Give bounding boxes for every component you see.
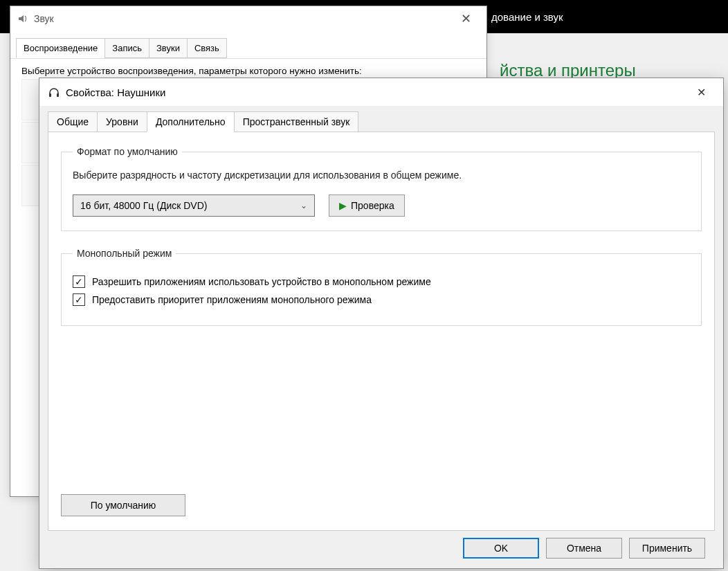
- format-selected: 16 бит, 48000 Гц (Диск DVD): [80, 200, 207, 211]
- headphones-icon: [48, 86, 60, 98]
- sound-titlebar: Звук ✕: [10, 6, 486, 31]
- properties-panel: Формат по умолчанию Выберите разрядность…: [48, 132, 715, 531]
- tab-spatial[interactable]: Пространственный звук: [234, 111, 359, 132]
- speaker-icon: [17, 13, 28, 24]
- properties-title: Свойства: Наушники: [66, 87, 687, 98]
- test-button-label: Проверка: [351, 200, 394, 211]
- properties-tabs: Общие Уровни Дополнительно Пространствен…: [48, 111, 715, 132]
- tab-recording[interactable]: Запись: [104, 38, 149, 58]
- tab-sounds[interactable]: Звуки: [149, 38, 188, 58]
- close-icon[interactable]: ✕: [452, 11, 480, 26]
- properties-footer: OK Отмена Применить: [48, 531, 715, 568]
- tab-playback[interactable]: Воспроизведение: [16, 38, 105, 58]
- apply-button[interactable]: Применить: [629, 538, 705, 559]
- banner-text: дование и звук: [491, 11, 563, 23]
- tab-communications[interactable]: Связь: [187, 38, 227, 58]
- properties-dialog: Свойства: Наушники ✕ Общие Уровни Дополн…: [39, 78, 724, 569]
- exclusive-priority-label: Предоставить приоритет приложениям моноп…: [92, 294, 372, 305]
- play-icon: ▶: [339, 200, 347, 211]
- default-format-desc: Выберите разрядность и частоту дискретиз…: [73, 168, 690, 182]
- ok-button[interactable]: OK: [463, 538, 539, 559]
- exclusive-mode-group: Монопольный режим Разрешить приложениям …: [61, 248, 702, 326]
- exclusive-mode-legend: Монопольный режим: [73, 248, 176, 259]
- tab-levels[interactable]: Уровни: [97, 111, 147, 132]
- tab-general[interactable]: Общие: [48, 111, 98, 132]
- restore-defaults-button[interactable]: По умолчанию: [61, 494, 185, 516]
- svg-rect-1: [57, 93, 59, 97]
- svg-rect-0: [49, 93, 51, 97]
- default-format-group: Формат по умолчанию Выберите разрядность…: [61, 146, 702, 231]
- exclusive-priority-checkbox[interactable]: [73, 293, 85, 306]
- cancel-button[interactable]: Отмена: [546, 538, 622, 559]
- properties-titlebar: Свойства: Наушники ✕: [39, 78, 723, 106]
- tab-advanced[interactable]: Дополнительно: [147, 111, 235, 132]
- default-format-legend: Формат по умолчанию: [73, 146, 182, 157]
- close-icon[interactable]: ✕: [687, 86, 715, 99]
- sound-tabs: Воспроизведение Запись Звуки Связь: [10, 31, 486, 59]
- format-combobox[interactable]: 16 бит, 48000 Гц (Диск DVD) ⌄: [73, 194, 315, 217]
- test-button[interactable]: ▶ Проверка: [329, 194, 405, 217]
- allow-exclusive-label: Разрешить приложениям использовать устро…: [92, 276, 431, 287]
- sound-instruction: Выберите устройство воспроизведения, пар…: [10, 59, 486, 79]
- allow-exclusive-checkbox[interactable]: [73, 275, 85, 288]
- properties-body: Общие Уровни Дополнительно Пространствен…: [39, 106, 723, 568]
- sound-dialog-title: Звук: [34, 13, 452, 24]
- chevron-down-icon: ⌄: [300, 201, 307, 210]
